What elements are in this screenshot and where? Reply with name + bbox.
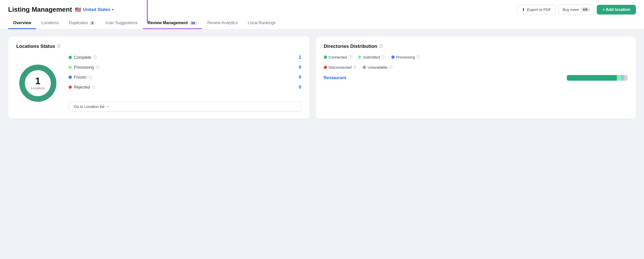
status-left-processing: Processing ⓘ: [69, 65, 100, 70]
unavailable-info-icon[interactable]: ⓘ: [389, 65, 393, 69]
tab-locations[interactable]: Locations: [36, 18, 64, 29]
rejected-info-icon[interactable]: ⓘ: [92, 85, 95, 90]
tab-duplicates[interactable]: Duplicates 9: [64, 18, 101, 29]
export-pdf-button[interactable]: ⬆ Export to PDF: [517, 5, 556, 15]
tab-review-management[interactable]: Review Management 99: [143, 18, 202, 29]
legend-connected: Connected ⓘ: [324, 55, 352, 59]
dot-processing-legend: [391, 55, 395, 59]
tab-local-rankings[interactable]: Local Rankings: [243, 18, 281, 29]
dot-unavailable-legend: [363, 66, 366, 69]
donut-label: Locations: [31, 86, 45, 90]
connected-info-icon[interactable]: ⓘ: [348, 55, 352, 59]
tab-locations-label: Locations: [41, 21, 59, 25]
tab-review-analytics-label: Review Analytics: [207, 21, 238, 25]
status-count-rejected: 0: [296, 84, 301, 90]
processing-dir-info-icon[interactable]: ⓘ: [416, 55, 420, 59]
legend-unavailable-label: Unavailable: [367, 65, 387, 69]
page-title: Listing Management: [8, 6, 72, 13]
status-list: Complete ⓘ 1 Processing ⓘ 0: [69, 55, 301, 111]
tab-overview[interactable]: Overview: [8, 18, 36, 29]
bar-unavailable: [624, 75, 628, 81]
export-label: Export to PDF: [527, 7, 551, 12]
status-left-rejected: Rejected ⓘ: [69, 85, 95, 90]
status-item-rejected: Rejected ⓘ 0: [69, 84, 301, 90]
tab-duplicates-label: Duplicates: [69, 21, 88, 25]
dir-legend: Connected ⓘ Submitted ⓘ Processing ⓘ: [324, 55, 628, 59]
dot-disconnected-legend: [324, 66, 327, 69]
tab-user-suggestions[interactable]: User Suggestions: [101, 18, 143, 29]
legend-submitted: Submitted ⓘ: [358, 55, 385, 59]
status-name-rejected: Rejected: [74, 85, 90, 90]
bar-submitted: [617, 75, 621, 81]
legend-unavailable: Unavailable ⓘ: [363, 65, 392, 69]
disconnected-info-icon[interactable]: ⓘ: [353, 65, 357, 69]
dot-rejected: [69, 85, 72, 89]
dot-complete: [69, 56, 72, 59]
directories-info-icon[interactable]: ⓘ: [379, 44, 383, 49]
frozen-info-icon[interactable]: ⓘ: [89, 75, 92, 80]
dot-frozen: [69, 76, 72, 79]
status-count-complete: 1: [296, 55, 301, 60]
legend-processing: Processing ⓘ: [391, 55, 420, 59]
tab-local-rankings-label: Local Rankings: [248, 21, 276, 25]
bar-connected: [567, 75, 617, 81]
processing-info-icon[interactable]: ⓘ: [96, 65, 100, 70]
status-item-complete: Complete ⓘ 1: [69, 55, 301, 60]
status-item-processing: Processing ⓘ 0: [69, 65, 301, 70]
status-count-processing: 0: [296, 65, 301, 70]
tab-review-management-label: Review Management: [148, 21, 188, 25]
legend-submitted-label: Submitted: [363, 55, 380, 59]
donut-number: 1: [31, 76, 45, 85]
tab-overview-label: Overview: [13, 21, 31, 25]
go-to-location-list-button[interactable]: Go to Location list →: [69, 102, 301, 111]
restaurant-row: Restaurant: [324, 75, 628, 81]
legend-connected-label: Connected: [329, 55, 347, 59]
upload-icon: ⬆: [522, 7, 525, 12]
directories-distribution-card: Directories Distribution ⓘ Connected ⓘ S…: [316, 36, 636, 119]
legend-disconnected: Disconnected ⓘ: [324, 65, 357, 69]
chevron-down-icon: ▾: [112, 8, 114, 11]
buy-badge: 6/6: [581, 7, 590, 12]
buy-more-button[interactable]: Buy more 6/6: [558, 5, 594, 15]
status-left-frozen: Frozen ⓘ: [69, 75, 92, 80]
bar-processing: [621, 75, 624, 81]
distribution-bar: [567, 75, 628, 81]
nav-tabs: Overview Locations Duplicates 9 User Sug…: [8, 18, 636, 29]
submitted-info-icon[interactable]: ⓘ: [382, 55, 385, 59]
go-to-location-list-label: Go to Location list →: [74, 104, 109, 109]
tab-user-suggestions-label: User Suggestions: [106, 21, 138, 25]
header-left: Listing Management 🇺🇸 United States ▾: [8, 6, 114, 13]
status-name-complete: Complete: [74, 55, 91, 60]
buy-more-label: Buy more: [563, 7, 579, 12]
header-top: Listing Management 🇺🇸 United States ▾ ⬆ …: [8, 5, 636, 15]
donut-center: 1 Locations: [31, 76, 45, 90]
main-content: Locations Status ⓘ 1 Locations: [0, 29, 644, 126]
duplicates-badge: 9: [89, 21, 95, 25]
complete-info-icon[interactable]: ⓘ: [93, 55, 97, 60]
locations-status-info-icon[interactable]: ⓘ: [57, 44, 60, 49]
restaurant-name: Restaurant: [324, 75, 346, 80]
tab-review-analytics[interactable]: Review Analytics: [202, 18, 243, 29]
dot-submitted-legend: [358, 55, 361, 59]
header-right: ⬆ Export to PDF Buy more 6/6 + Add locat…: [517, 5, 636, 15]
status-count-frozen: 0: [296, 75, 301, 80]
flag-icon: 🇺🇸: [75, 7, 81, 13]
nav-wrapper: Overview Locations Duplicates 9 User Sug…: [8, 18, 636, 29]
locations-status-title: Locations Status ⓘ: [16, 44, 301, 49]
donut-chart: 1 Locations: [16, 62, 59, 105]
country-label: United States: [83, 7, 110, 12]
directories-title: Directories Distribution ⓘ: [324, 44, 628, 49]
status-left-complete: Complete ⓘ: [69, 55, 97, 60]
review-management-badge: 99: [189, 21, 197, 25]
status-item-frozen: Frozen ⓘ 0: [69, 75, 301, 80]
dir-legend-row2: Disconnected ⓘ Unavailable ⓘ: [324, 65, 628, 69]
dot-processing: [69, 66, 72, 69]
locations-status-body: 1 Locations Complete ⓘ 1 Pro: [16, 55, 301, 111]
status-name-frozen: Frozen: [74, 75, 87, 80]
add-location-button[interactable]: + Add location: [597, 5, 636, 15]
add-location-label: + Add location: [602, 7, 630, 12]
legend-disconnected-label: Disconnected: [329, 65, 352, 69]
country-selector[interactable]: 🇺🇸 United States ▾: [75, 7, 114, 13]
dot-connected-legend: [324, 55, 327, 59]
legend-processing-label: Processing: [396, 55, 415, 59]
